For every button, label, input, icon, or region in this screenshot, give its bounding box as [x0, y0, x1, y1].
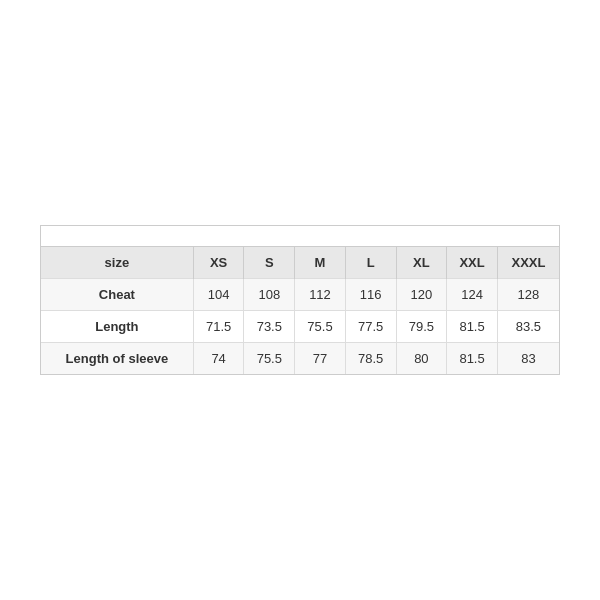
col-header-s: S	[244, 247, 295, 279]
cell-2-4: 80	[396, 343, 447, 375]
col-header-xxl: XXL	[447, 247, 498, 279]
row-label-1: Length	[41, 311, 193, 343]
cell-0-0: 104	[193, 279, 244, 311]
cell-0-2: 112	[295, 279, 346, 311]
table-row: Length of sleeve7475.57778.58081.583	[41, 343, 559, 375]
row-label-2: Length of sleeve	[41, 343, 193, 375]
chart-title-row	[41, 226, 559, 247]
cell-1-3: 77.5	[345, 311, 396, 343]
cell-0-5: 124	[447, 279, 498, 311]
table-body: Cheat104108112116120124128Length71.573.5…	[41, 279, 559, 375]
col-header-xxxl: XXXL	[497, 247, 559, 279]
col-header-size: size	[41, 247, 193, 279]
cell-1-4: 79.5	[396, 311, 447, 343]
cell-2-1: 75.5	[244, 343, 295, 375]
cell-0-1: 108	[244, 279, 295, 311]
cell-0-3: 116	[345, 279, 396, 311]
size-chart-table: sizeXSSMLXLXXLXXXL Cheat1041081121161201…	[41, 247, 559, 374]
cell-2-5: 81.5	[447, 343, 498, 375]
col-header-l: L	[345, 247, 396, 279]
cell-0-6: 128	[497, 279, 559, 311]
col-header-xl: XL	[396, 247, 447, 279]
cell-1-2: 75.5	[295, 311, 346, 343]
cell-1-6: 83.5	[497, 311, 559, 343]
cell-2-2: 77	[295, 343, 346, 375]
table-header-row: sizeXSSMLXLXXLXXXL	[41, 247, 559, 279]
cell-2-3: 78.5	[345, 343, 396, 375]
table-row: Length71.573.575.577.579.581.583.5	[41, 311, 559, 343]
cell-0-4: 120	[396, 279, 447, 311]
row-label-0: Cheat	[41, 279, 193, 311]
cell-1-0: 71.5	[193, 311, 244, 343]
cell-2-6: 83	[497, 343, 559, 375]
col-header-m: M	[295, 247, 346, 279]
cell-1-5: 81.5	[447, 311, 498, 343]
cell-1-1: 73.5	[244, 311, 295, 343]
cell-2-0: 74	[193, 343, 244, 375]
table-row: Cheat104108112116120124128	[41, 279, 559, 311]
col-header-xs: XS	[193, 247, 244, 279]
size-chart-container: sizeXSSMLXLXXLXXXL Cheat1041081121161201…	[40, 225, 560, 375]
